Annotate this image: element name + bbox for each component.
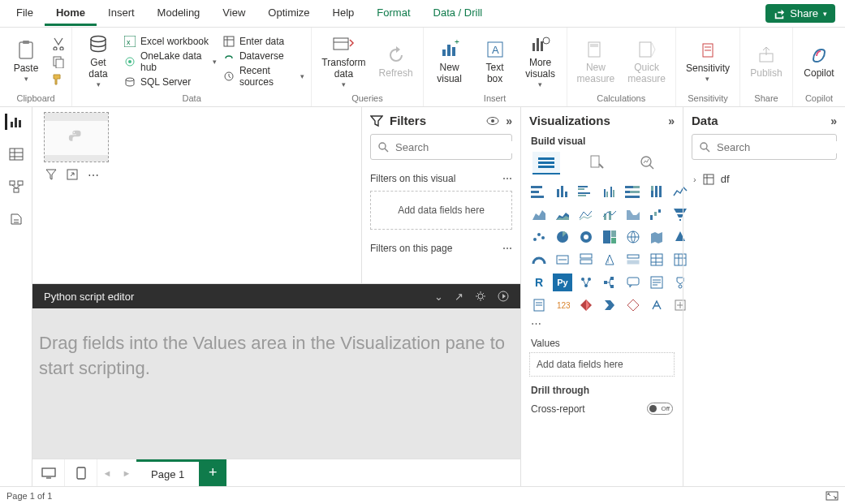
qa-icon[interactable]	[623, 274, 643, 291]
multi-card-icon[interactable]	[576, 251, 596, 269]
line-stacked-icon[interactable]	[576, 205, 596, 223]
visual-filter-drop[interactable]: Add data fields here	[370, 191, 512, 230]
desktop-layout-icon[interactable]	[32, 459, 65, 486]
report-canvas[interactable]: ⋯	[32, 107, 361, 283]
fields-search-input[interactable]	[717, 141, 845, 153]
paginated-icon[interactable]	[529, 296, 549, 314]
ai-visual-icon[interactable]	[647, 296, 666, 314]
copilot-button[interactable]: Copilot	[800, 42, 839, 80]
filters-search[interactable]	[370, 134, 512, 160]
menu-help[interactable]: Help	[321, 2, 366, 26]
line-clustered-icon[interactable]	[600, 205, 619, 223]
recent-sources-button[interactable]: Recent sources▾	[223, 65, 304, 88]
new-measure-button[interactable]: New measure	[574, 37, 619, 85]
get-data-button[interactable]: Get data ▾	[79, 32, 118, 90]
values-drop-zone[interactable]: Add data fields here	[529, 352, 675, 377]
quick-measure-button[interactable]: Quick measure	[624, 37, 669, 85]
sensitivity-button[interactable]: Sensitivity ▾	[683, 37, 733, 85]
more-icon[interactable]: ⋯	[502, 243, 512, 254]
menu-optimize[interactable]: Optimize	[257, 2, 321, 26]
more-options-icon[interactable]: ⋯	[88, 169, 99, 182]
hundred-stacked-column-icon[interactable]	[647, 183, 666, 200]
eye-icon[interactable]	[486, 116, 499, 126]
share-button[interactable]: Share ▾	[765, 4, 835, 23]
python-visual-icon[interactable]: Py	[553, 274, 572, 291]
filter-icon[interactable]	[45, 169, 57, 182]
field-table-df[interactable]: › df	[683, 168, 845, 190]
analytics-tab[interactable]	[633, 152, 661, 174]
menu-insert[interactable]: Insert	[97, 2, 146, 26]
scatter-icon[interactable]	[529, 228, 549, 246]
waterfall-icon[interactable]	[647, 205, 666, 223]
area-chart-icon[interactable]	[529, 205, 549, 223]
gauge-icon[interactable]	[529, 251, 549, 269]
menu-home[interactable]: Home	[45, 2, 97, 26]
transform-data-button[interactable]: Transform data ▾	[318, 32, 369, 90]
publish-button[interactable]: Publish	[747, 42, 786, 80]
cut-icon[interactable]	[52, 37, 65, 50]
copy-icon[interactable]	[52, 55, 65, 68]
power-apps-icon[interactable]	[576, 296, 596, 314]
shape-map-icon[interactable]	[623, 296, 643, 314]
page-prev[interactable]: ◄	[97, 459, 117, 486]
chevron-down-icon[interactable]: ⌄	[434, 291, 443, 303]
kpi-icon[interactable]: !	[600, 251, 619, 269]
more-visuals-button[interactable]: More visuals ▾	[521, 32, 560, 90]
smart-narrative-icon[interactable]	[647, 274, 666, 291]
collapse-icon[interactable]: »	[830, 114, 837, 127]
sql-server-button[interactable]: SQL Server	[124, 76, 217, 88]
more-visuals-icon[interactable]: ⋯	[521, 317, 683, 330]
stacked-column-icon[interactable]	[553, 183, 572, 200]
table-visual-icon[interactable]	[647, 251, 666, 269]
mobile-layout-icon[interactable]	[65, 459, 97, 486]
build-visual-tab[interactable]	[532, 152, 560, 174]
filters-search-input[interactable]	[395, 141, 532, 153]
menu-view[interactable]: View	[211, 2, 257, 26]
page-next[interactable]: ►	[117, 459, 136, 486]
decomposition-icon[interactable]	[600, 274, 619, 291]
power-automate-icon[interactable]	[600, 296, 619, 314]
zoom-fit-icon[interactable]	[826, 491, 839, 501]
popout-icon[interactable]: ↗	[455, 291, 463, 303]
clustered-column-icon[interactable]	[600, 183, 619, 200]
donut-icon[interactable]	[576, 228, 596, 246]
format-visual-tab[interactable]	[583, 152, 610, 174]
fields-search[interactable]	[692, 134, 837, 160]
arcgis-icon[interactable]: 123	[553, 296, 572, 314]
onelake-button[interactable]: OneLake data hub▾	[124, 50, 217, 73]
stacked-bar-icon[interactable]	[529, 183, 549, 200]
r-visual-icon[interactable]: R	[529, 274, 549, 291]
page-tab-1[interactable]: Page 1	[136, 459, 199, 486]
python-visual-placeholder[interactable]	[44, 112, 109, 162]
new-visual-button[interactable]: + New visual	[430, 37, 469, 85]
table-view-icon[interactable]	[6, 146, 26, 162]
dax-view-icon[interactable]	[6, 211, 26, 227]
model-view-icon[interactable]	[6, 179, 26, 195]
add-page-button[interactable]: +	[199, 459, 226, 486]
gear-icon[interactable]	[475, 291, 486, 302]
filled-map-icon[interactable]	[647, 228, 666, 246]
collapse-icon[interactable]: »	[506, 114, 512, 127]
hundred-stacked-bar-icon[interactable]	[623, 183, 643, 200]
refresh-button[interactable]: Refresh	[376, 42, 416, 80]
dataverse-button[interactable]: Dataverse	[223, 50, 304, 62]
text-box-button[interactable]: A Text box	[476, 37, 515, 85]
slicer-icon[interactable]	[623, 251, 643, 269]
card-icon[interactable]	[553, 251, 572, 269]
treemap-icon[interactable]	[600, 228, 619, 246]
map-icon[interactable]	[623, 228, 643, 246]
run-icon[interactable]	[498, 291, 509, 302]
menu-datadrill[interactable]: Data / Drill	[422, 2, 494, 26]
collapse-icon[interactable]: »	[668, 114, 675, 127]
ribbon-chart-icon[interactable]	[623, 205, 643, 223]
menu-format[interactable]: Format	[365, 2, 421, 26]
format-painter-icon[interactable]	[52, 73, 65, 86]
clustered-bar-icon[interactable]	[576, 183, 596, 200]
more-icon[interactable]: ⋯	[502, 173, 512, 184]
excel-workbook-button[interactable]: xExcel workbook	[124, 36, 217, 47]
pie-icon[interactable]	[553, 228, 572, 246]
cross-report-toggle[interactable]: Off	[647, 403, 673, 415]
menu-modeling[interactable]: Modeling	[146, 2, 212, 26]
menu-file[interactable]: File	[5, 2, 45, 26]
report-view-icon[interactable]	[5, 114, 24, 130]
